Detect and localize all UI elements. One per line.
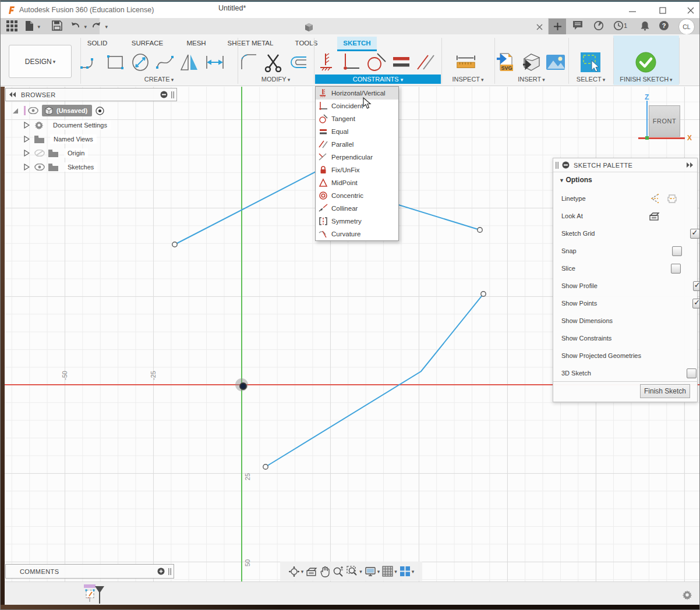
palette-collapse-icon[interactable] (687, 162, 694, 168)
show-profile-checkbox[interactable] (693, 281, 700, 291)
viewports-icon[interactable] (400, 566, 415, 577)
menu-item-perpendicular[interactable]: Perpendicular (316, 151, 398, 164)
equal-constraint-icon[interactable] (390, 52, 412, 73)
tab-sheet-metal[interactable]: SHEET METAL (223, 37, 278, 49)
app-grid-menu-icon[interactable] (6, 20, 17, 31)
comments-icon[interactable] (572, 20, 583, 30)
avatar[interactable]: CL (678, 19, 695, 35)
measure-tool-icon[interactable] (455, 52, 477, 73)
menu-item-symmetry[interactable]: Symmetry (316, 215, 398, 228)
options-section-header[interactable]: ▼ Options (559, 176, 592, 184)
viewcube[interactable]: Z FRONT X (632, 91, 697, 146)
tab-solid[interactable]: SOLID (82, 37, 112, 49)
finish-sketch-button[interactable]: Finish Sketch (640, 384, 690, 398)
add-comment-icon[interactable] (157, 568, 165, 575)
group-modify[interactable]: MODIFY (238, 75, 314, 84)
job-status-clock-icon[interactable]: 1 (613, 20, 627, 31)
palette-drag-handle[interactable] (556, 162, 558, 169)
browser-remove-icon[interactable] (160, 91, 168, 98)
tangent-constraint-icon[interactable] (365, 52, 387, 73)
show-points-checkbox[interactable] (692, 299, 700, 308)
projected-linetype-icon[interactable] (666, 193, 678, 204)
menu-item-parallel[interactable]: Parallel (316, 138, 398, 151)
pan-icon[interactable] (320, 566, 330, 577)
close-button[interactable] (681, 4, 700, 17)
comments-drag-handle[interactable] (168, 568, 171, 575)
zoom-icon[interactable] (333, 566, 344, 577)
group-create[interactable]: CREATE (80, 75, 238, 84)
menu-item-horizontal-vertical[interactable]: Horizontal/Vertical (316, 87, 398, 100)
maximize-button[interactable] (653, 4, 673, 17)
expand-arrow-icon[interactable] (23, 163, 30, 171)
browser-drag-handle[interactable] (171, 91, 174, 98)
expand-arrow-icon[interactable] (23, 121, 30, 129)
workspace-selector[interactable]: DESIGN (9, 45, 72, 78)
visibility-eye-icon[interactable] (34, 164, 45, 171)
select-tool-icon[interactable] (579, 52, 602, 73)
tab-surface[interactable]: SURFACE (126, 37, 168, 49)
sketch-grid-checkbox[interactable] (690, 229, 700, 239)
activate-radio-icon[interactable] (96, 107, 104, 115)
viewcube-front-face[interactable]: FRONT (649, 105, 680, 137)
grid-settings-icon[interactable] (382, 566, 397, 577)
menu-item-curvature[interactable]: Curvature (316, 228, 398, 240)
visibility-eye-icon[interactable] (28, 107, 38, 114)
expand-arrow-icon[interactable] (11, 107, 19, 115)
tab-tools[interactable]: TOOLS (291, 37, 322, 49)
visibility-off-eye-icon[interactable] (34, 150, 45, 157)
insert-canvas-icon[interactable] (545, 52, 567, 73)
fillet-tool-icon[interactable] (239, 52, 261, 73)
browser-collapse-icon[interactable] (9, 92, 16, 97)
tree-item-label[interactable]: Origin (64, 148, 88, 158)
snap-checkbox[interactable] (672, 246, 682, 256)
slice-checkbox[interactable] (671, 264, 681, 274)
display-settings-icon[interactable] (365, 566, 380, 577)
trim-tool-icon[interactable] (262, 52, 284, 73)
construction-linetype-icon[interactable] (649, 193, 660, 204)
browser-item-named-views[interactable]: Named Views (23, 133, 97, 145)
timeline-position-marker[interactable] (94, 586, 105, 604)
zoom-window-icon[interactable] (347, 566, 362, 577)
undo-icon[interactable] (70, 20, 87, 31)
insert-svg-icon[interactable]: SVG (495, 52, 517, 73)
new-tab-button[interactable] (549, 19, 566, 34)
line-tool-icon[interactable] (78, 52, 100, 73)
horizontal-vertical-constraint-icon[interactable] (316, 52, 338, 73)
save-icon[interactable] (52, 20, 62, 31)
orbit-icon[interactable] (288, 566, 304, 577)
expand-arrow-icon[interactable] (23, 149, 30, 157)
browser-panel-header[interactable]: BROWSER (5, 88, 177, 101)
tree-item-label[interactable]: Sketches (64, 162, 97, 172)
redo-icon[interactable] (91, 20, 108, 31)
offset-tool-icon[interactable] (287, 52, 309, 73)
menu-item-midpoint[interactable]: MidPoint (316, 176, 398, 189)
sketch-palette-header[interactable]: SKETCH PALETTE (553, 158, 697, 172)
coincident-constraint-icon[interactable] (340, 52, 362, 73)
spline-tool-icon[interactable] (154, 52, 176, 73)
menu-item-collinear[interactable]: Collinear (316, 202, 398, 215)
minimize-button[interactable] (623, 4, 642, 17)
browser-item-origin[interactable]: Origin (23, 147, 88, 159)
help-icon[interactable]: ? (659, 20, 669, 31)
group-inspect[interactable]: INSPECT (441, 75, 494, 84)
browser-item-sketches[interactable]: Sketches (23, 161, 97, 173)
group-select[interactable]: SELECT (568, 75, 613, 84)
finish-sketch-icon[interactable] (635, 52, 657, 73)
circle-tool-icon[interactable] (129, 52, 151, 73)
comments-bar[interactable]: COMMENTS (5, 564, 174, 579)
expand-arrow-icon[interactable] (23, 135, 30, 143)
look-at-icon[interactable] (649, 211, 660, 221)
3d-sketch-checkbox[interactable] (687, 368, 697, 378)
parallel-constraint-icon[interactable] (415, 52, 437, 73)
notifications-bell-icon[interactable] (640, 20, 650, 31)
browser-root-row[interactable]: (Unsaved) (11, 105, 104, 116)
palette-remove-icon[interactable] (562, 161, 570, 169)
tab-sketch[interactable]: SKETCH (337, 37, 377, 51)
document-tab[interactable] (100, 18, 548, 34)
menu-item-tangent[interactable]: Tangent (316, 112, 398, 125)
rectangle-tool-icon[interactable] (104, 52, 126, 73)
settings-gear-icon[interactable] (682, 590, 692, 600)
insert-mesh-icon[interactable] (520, 52, 542, 73)
menu-item-concentric[interactable]: Concentric (316, 189, 398, 202)
mirror-tool-icon[interactable] (179, 52, 201, 73)
